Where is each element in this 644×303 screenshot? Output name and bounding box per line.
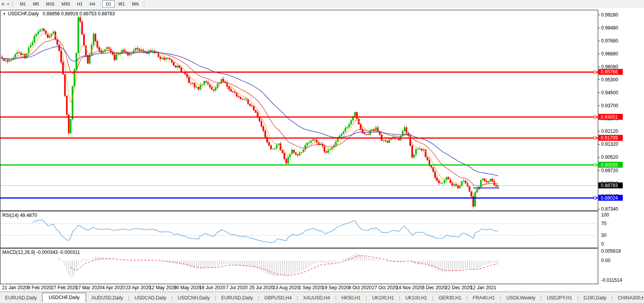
svg-text:12 Jan 2021: 12 Jan 2021: [470, 285, 496, 290]
svg-text:27 Feb 2020: 27 Feb 2020: [51, 285, 78, 290]
chart-tabs: EURUSD,DailyUSDCHF,DailyAUDUSD,Daily|USD…: [0, 294, 644, 302]
svg-text:23 Apr 2020: 23 Apr 2020: [125, 285, 151, 290]
svg-text:19 Sep 2020: 19 Sep 2020: [322, 285, 349, 290]
svg-text:4 Apr 2020: 4 Apr 2020: [102, 285, 125, 290]
chart-tab-china300-h1[interactable]: CHINA300,H1: [613, 294, 644, 302]
svg-text:18 Jun 2020: 18 Jun 2020: [199, 285, 225, 290]
svg-text:12 May 2020: 12 May 2020: [149, 285, 177, 290]
svg-text:0.93700: 0.93700: [601, 103, 618, 108]
svg-text:0.90055: 0.90055: [601, 162, 618, 168]
svg-text:21 Jan 2020: 21 Jan 2020: [2, 285, 28, 290]
terminal-window: 0.992800.984800.976800.968800.960800.953…: [0, 0, 644, 303]
chart-tab-dj30-daily[interactable]: DJ30,Daily: [578, 294, 611, 302]
chart-tab-usdchf-daily[interactable]: USDCHF,Daily: [42, 293, 86, 302]
symbol-dropdown-icon[interactable]: ▼: [3, 12, 6, 16]
svg-text:0.91709: 0.91709: [601, 135, 618, 141]
svg-text:0.95300: 0.95300: [601, 77, 618, 83]
chart-tab-gbpusd-h4[interactable]: GBPUSD,H4: [259, 294, 296, 302]
timeframe-button-w1[interactable]: W1: [115, 0, 129, 7]
cursor-tool-icon[interactable]: ✛: [0, 0, 6, 7]
svg-text:8 Feb 2020: 8 Feb 2020: [28, 285, 52, 290]
svg-text:3 Dec 2020: 3 Dec 2020: [422, 285, 446, 290]
svg-text:0.96880: 0.96880: [601, 51, 618, 57]
chart-tab-xauusd-h4[interactable]: XAUUSD,H4: [298, 294, 335, 302]
svg-text:0.97680: 0.97680: [601, 38, 618, 44]
toolbar-grip-handle[interactable]: [11, 2, 13, 7]
svg-text:25 Jul 2020: 25 Jul 2020: [249, 285, 274, 290]
chart-tab-usdcad-daily[interactable]: USDCAD,Daily: [129, 294, 171, 302]
timeframe-button-m5[interactable]: M5: [29, 0, 42, 7]
timeframe-buttons: M1M5M15M30H1H4D1W1MN: [16, 0, 145, 7]
svg-text:0.93001: 0.93001: [601, 114, 618, 120]
svg-text:7 Jul 2020: 7 Jul 2020: [226, 285, 248, 290]
chart-title: ▼USDCHF,Daily0.88856 0.88919 0.88753 0.8…: [3, 11, 115, 17]
chart-tab-hk50-h1[interactable]: HK50,H1: [337, 294, 366, 302]
svg-text:0.89720: 0.89720: [601, 168, 618, 173]
svg-text:0.005818: 0.005818: [601, 248, 621, 254]
chart-tab-audusd-daily[interactable]: AUDUSD,Daily: [86, 294, 128, 302]
svg-text:13 Aug 2020: 13 Aug 2020: [273, 285, 300, 290]
price-axis: 0.992800.984800.976800.968800.960800.953…: [598, 12, 618, 212]
timeframe-button-m15[interactable]: M15: [42, 0, 58, 7]
svg-text:70: 70: [601, 221, 607, 226]
svg-text:0.91320: 0.91320: [601, 141, 618, 147]
ohlc-values: 0.88856 0.88919 0.88753 0.88783: [43, 11, 115, 17]
svg-text:0.98480: 0.98480: [601, 25, 618, 31]
svg-text:0.00: 0.00: [601, 258, 611, 263]
chart-tab-eurusd-daily[interactable]: EURUSD,Daily: [216, 294, 258, 302]
svg-text:27 Oct 2020: 27 Oct 2020: [372, 285, 398, 290]
svg-text:0.90520: 0.90520: [601, 154, 618, 160]
price-chart-svg[interactable]: 0.992800.984800.976800.968800.960800.953…: [0, 0, 644, 303]
svg-text:17 Mar 2020: 17 Mar 2020: [75, 285, 102, 290]
chart-tab-uk100-h1[interactable]: UK100,H1: [400, 294, 432, 302]
chart-tab-usdcnh-daily[interactable]: USDCNH,Daily: [173, 294, 215, 302]
svg-text:0.99280: 0.99280: [601, 12, 618, 18]
timeframe-button-m30[interactable]: M30: [58, 0, 73, 7]
svg-text:0: 0: [601, 241, 604, 247]
timeframe-button-d1[interactable]: D1: [102, 0, 115, 7]
svg-text:0.96080: 0.96080: [601, 64, 618, 70]
svg-text:0.88783: 0.88783: [601, 183, 618, 188]
symbol-name: USDCHF,Daily: [8, 11, 39, 17]
svg-text:22 Dec 2020: 22 Dec 2020: [445, 285, 472, 290]
timeframe-button-h4[interactable]: H4: [86, 0, 99, 7]
svg-text:0.87340: 0.87340: [601, 206, 618, 212]
chart-tab-fra40-h1[interactable]: FRA40,H1: [468, 294, 500, 302]
svg-text:30 May 2020: 30 May 2020: [174, 285, 201, 290]
svg-text:30: 30: [601, 233, 607, 238]
date-axis: 21 Jan 20208 Feb 202027 Feb 202017 Mar 2…: [2, 285, 497, 290]
rsi-indicator-label: RSI(14) 49.4870: [2, 213, 37, 218]
svg-text:-0.011514: -0.011514: [601, 277, 622, 283]
svg-text:14 Nov 2020: 14 Nov 2020: [396, 285, 423, 290]
chart-tab-usdjpy-h1[interactable]: USDJPY,H1: [542, 294, 577, 302]
macd-indicator-label: MACD(12,26,9) -0.000343 -0.000311: [2, 250, 80, 255]
chart-tab-uk100-h1[interactable]: UK100,H1: [367, 294, 399, 302]
svg-text:0.88024: 0.88024: [601, 195, 618, 201]
svg-text:8 Oct 2020: 8 Oct 2020: [348, 285, 372, 290]
svg-text:100: 100: [601, 212, 609, 218]
chart-tab-eurusd-daily[interactable]: EURUSD,Daily: [0, 294, 42, 302]
chart-tab-ger30-h1[interactable]: GER30,H1: [433, 294, 466, 302]
timeframe-button-h1[interactable]: H1: [74, 0, 86, 7]
svg-text:0.94500: 0.94500: [601, 90, 618, 95]
svg-text:0.92120: 0.92120: [601, 129, 618, 134]
svg-text:1 Sep 2020: 1 Sep 2020: [299, 285, 323, 290]
svg-text:0.95766: 0.95766: [601, 69, 618, 75]
chart-tab-usoil-weekly[interactable]: USOil,Weekly: [501, 294, 541, 302]
timeframe-toolbar: ✛ ▾ M1M5M15M30H1H4D1W1MN: [0, 0, 644, 8]
timeframe-button-mn[interactable]: MN: [128, 0, 142, 7]
timeframe-button-m1[interactable]: M1: [16, 0, 29, 7]
chevron-down-icon[interactable]: ▾: [6, 2, 9, 6]
chart-tab-bar: EURUSD,DailyUSDCHF,DailyAUDUSD,Daily|USD…: [0, 292, 644, 303]
